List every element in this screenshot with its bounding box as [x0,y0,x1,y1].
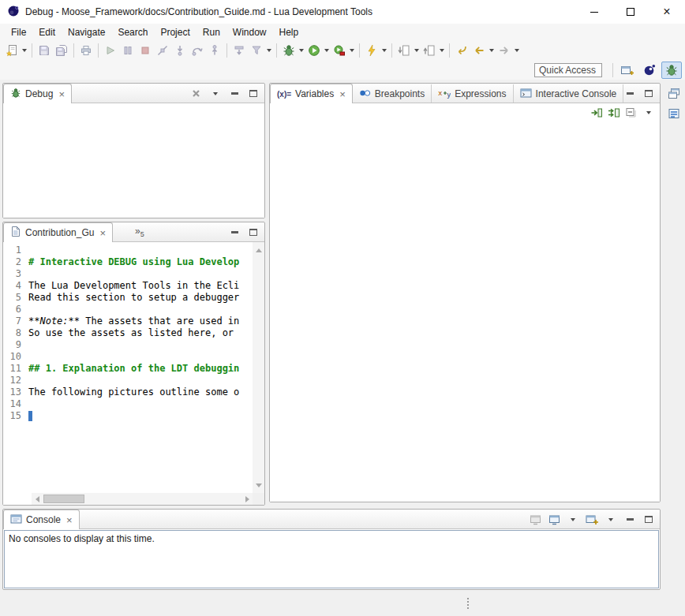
run-button[interactable] [305,42,323,59]
minimize-view-button[interactable] [228,226,241,239]
previous-annotation-dropdown[interactable] [438,42,446,59]
maximize-view-button[interactable] [642,513,655,526]
menu-navigate[interactable]: Navigate [62,25,111,39]
tab-breakpoints[interactable]: Breakpoints [353,84,432,103]
scroll-left-button[interactable] [32,494,43,505]
tab-console[interactable]: Console × [3,510,80,529]
lightning-dropdown[interactable] [380,42,388,59]
menu-project[interactable]: Project [154,25,196,39]
code-emphasis: **Note:** [28,315,80,327]
scroll-down-button[interactable] [253,480,264,491]
next-annotation-button[interactable] [395,42,413,59]
menu-search[interactable]: Search [111,25,154,39]
terminate-button[interactable] [137,42,154,59]
collapse-all-button[interactable] [625,106,638,119]
suspend-button[interactable] [119,42,137,59]
external-tools-button[interactable] [331,42,348,59]
tab-debug[interactable]: Debug × [3,84,72,103]
step-over-button[interactable] [189,42,206,59]
open-console-dropdown[interactable] [605,513,617,526]
disconnect-button[interactable] [154,42,171,59]
menu-run[interactable]: Run [197,25,226,39]
lua-perspective-button[interactable] [639,62,660,79]
previous-annotation-button[interactable] [421,42,438,59]
maximize-button[interactable] [612,0,649,24]
scrollbar-thumb[interactable] [43,495,84,503]
view-menu-button[interactable] [642,106,655,119]
tab-close-icon[interactable]: × [339,89,346,99]
titlebar: Debug - Moose_Framework/docs/Contributio… [0,0,685,24]
menu-window[interactable]: Window [226,25,273,39]
remove-all-terminated-button[interactable] [190,88,203,100]
debug-dropdown[interactable] [298,42,305,59]
save-all-button[interactable] [53,42,70,59]
editor-text-area[interactable]: 1 2# Interactive DEBUG using Lua Develop… [3,242,253,493]
code-text: The Lua Development Tools in the Ecli [28,280,253,292]
minimize-view-button[interactable] [623,513,636,526]
debug-button[interactable] [280,42,298,59]
save-button[interactable] [36,42,53,59]
editor-panel: Contribution_Gu × »5 1 2# Interactive DE… [2,222,265,506]
step-into-button[interactable] [171,42,189,59]
tab-close-icon[interactable]: × [99,228,106,238]
tab-contribution-guide[interactable]: Contribution_Gu × [3,222,113,242]
view-menu-button[interactable] [209,88,222,100]
minimize-button[interactable] [576,0,612,24]
debug-view-content[interactable] [3,103,264,218]
maximize-view-button[interactable] [247,88,260,100]
variables-view-content[interactable] [270,122,660,502]
minimized-view-button[interactable] [665,105,683,122]
use-step-filters-button[interactable] [248,42,265,59]
forward-button[interactable] [496,42,513,59]
print-button[interactable] [77,42,95,59]
debug-perspective-button[interactable] [661,62,682,79]
tab-variables[interactable]: (x)= Variables × [270,84,353,103]
tab-expressions[interactable]: xy Expressions [432,84,513,103]
lightning-button[interactable] [363,42,380,59]
trim-drag-handle[interactable] [467,598,469,599]
show-logical-structure-button[interactable] [608,106,620,119]
vertical-scrollbar[interactable] [253,242,264,493]
console-view-tabbar: Console × [3,510,660,529]
display-selected-console-dropdown[interactable] [567,513,579,526]
step-return-button[interactable] [206,42,223,59]
new-button[interactable] [3,42,21,59]
tab-close-icon[interactable]: × [58,89,65,99]
scroll-up-button[interactable] [253,245,264,256]
last-edit-location-button[interactable] [453,42,470,59]
quick-access-box[interactable]: Quick Access [534,63,602,77]
line-number: 12 [3,375,28,386]
use-step-filters-dropdown[interactable] [265,42,273,59]
scroll-right-button[interactable] [241,494,253,505]
close-button[interactable]: × [649,0,685,24]
maximize-view-button[interactable] [247,226,260,239]
back-button[interactable] [470,42,488,59]
external-tools-dropdown[interactable] [348,42,356,59]
console-text-viewer[interactable]: No consoles to display at this time. [4,530,659,588]
pin-console-button[interactable] [529,513,541,526]
forward-dropdown[interactable] [513,42,521,59]
code-line: 5Read this section to setup a debugger [3,292,253,304]
display-selected-console-button[interactable] [548,513,560,526]
next-annotation-dropdown[interactable] [413,42,421,59]
open-console-button[interactable] [586,513,598,526]
drop-to-frame-button[interactable] [230,42,248,59]
minimize-view-button[interactable] [623,88,636,100]
hidden-editors-chevron[interactable]: »5 [135,226,144,238]
resume-button[interactable] [102,42,119,59]
tab-interactive-console[interactable]: Interactive Console [514,84,624,103]
new-dropdown[interactable] [21,42,28,59]
menu-file[interactable]: File [5,25,32,39]
minimize-view-button[interactable] [228,88,241,100]
tab-close-icon[interactable]: × [66,515,73,525]
horizontal-scrollbar[interactable] [32,493,253,505]
restore-minimized-views-button[interactable] [665,85,683,103]
back-dropdown[interactable] [488,42,496,59]
open-perspective-button[interactable] [617,62,638,79]
menu-edit[interactable]: Edit [32,25,62,39]
run-dropdown[interactable] [323,42,331,59]
maximize-view-button[interactable] [642,88,655,100]
show-type-names-button[interactable] [590,106,603,119]
maximize-icon [627,8,634,16]
menu-help[interactable]: Help [273,25,305,39]
